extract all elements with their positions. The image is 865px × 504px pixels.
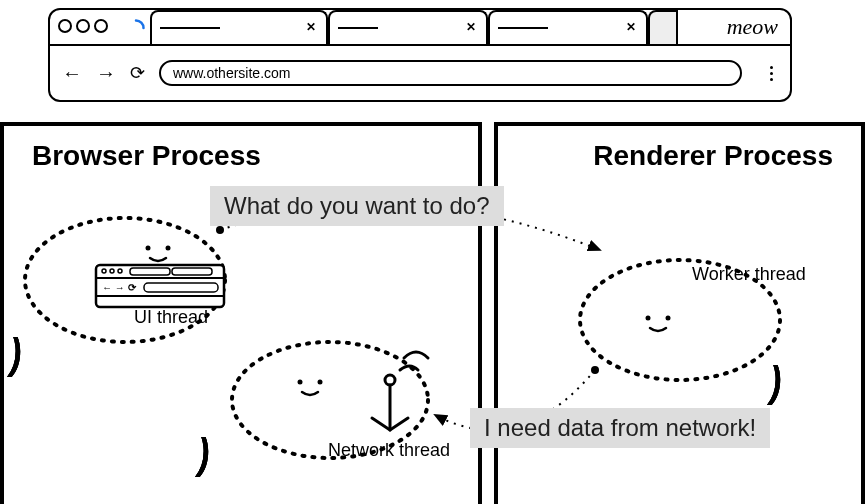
window-controls[interactable]: [58, 19, 108, 33]
browser-tab[interactable]: ✕: [150, 10, 328, 44]
url-text: www.othersite.com: [173, 65, 290, 81]
thread-label-ui: UI thread: [134, 307, 208, 328]
url-bar[interactable]: www.othersite.com: [159, 60, 742, 86]
tab-title-placeholder: [338, 27, 378, 29]
speech-bubble: I need data from network!: [470, 408, 770, 448]
new-tab-button[interactable]: [648, 10, 678, 44]
tab-title-placeholder: [498, 27, 548, 29]
brand-label: meow: [727, 14, 778, 40]
close-icon[interactable]: ✕: [464, 21, 478, 35]
process-title: Browser Process: [32, 140, 261, 172]
close-icon[interactable]: ✕: [624, 21, 638, 35]
tab-bar: ✕ ✕ ✕ meow: [50, 10, 790, 46]
thread-label-network: Network thread: [328, 440, 450, 461]
close-icon[interactable]: [58, 19, 72, 33]
process-title: Renderer Process: [593, 140, 833, 172]
browser-tab[interactable]: ✕: [328, 10, 488, 44]
speech-bubble: What do you want to do?: [210, 186, 504, 226]
reload-button[interactable]: ⟳: [130, 62, 145, 84]
loading-spinner-icon: [126, 18, 146, 38]
minimize-icon[interactable]: [76, 19, 90, 33]
toolbar: ← → ⟳ www.othersite.com: [50, 46, 790, 100]
forward-button[interactable]: →: [96, 62, 116, 85]
thread-label-worker: Worker thread: [692, 264, 806, 285]
maximize-icon[interactable]: [94, 19, 108, 33]
close-icon[interactable]: ✕: [304, 21, 318, 35]
tab-title-placeholder: [160, 27, 220, 29]
back-button[interactable]: ←: [62, 62, 82, 85]
browser-chrome: ✕ ✕ ✕ meow ← → ⟳ www.othersite.com: [48, 8, 792, 102]
menu-button[interactable]: [764, 66, 778, 81]
browser-tab[interactable]: ✕: [488, 10, 648, 44]
